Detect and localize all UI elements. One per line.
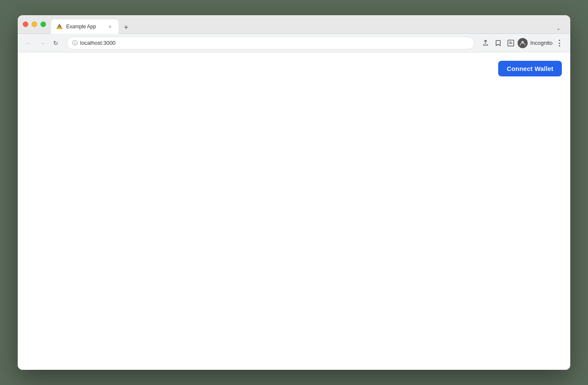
bookmark-button[interactable] xyxy=(492,37,504,49)
svg-rect-5 xyxy=(509,42,512,43)
close-window-button[interactable] xyxy=(23,22,28,27)
maximize-window-button[interactable] xyxy=(40,22,46,27)
nav-bar: ← → ↻ ⓘ localhost:3000 xyxy=(18,34,570,52)
tab-search-button[interactable] xyxy=(505,37,517,49)
back-button[interactable]: ← xyxy=(23,37,35,49)
chevron-down-button[interactable]: ⌄ xyxy=(553,23,564,33)
address-bar[interactable]: ⓘ localhost:3000 xyxy=(67,37,475,49)
incognito-area[interactable]: Incognito xyxy=(518,38,553,48)
bookmark-icon xyxy=(495,40,502,46)
title-bar: Example App × + ⌄ xyxy=(18,15,570,34)
connect-wallet-button[interactable]: Connect Wallet xyxy=(498,61,562,76)
share-button[interactable] xyxy=(480,37,491,49)
tab-close-button[interactable]: × xyxy=(107,23,113,30)
new-tab-button[interactable]: + xyxy=(120,22,132,33)
more-options-button[interactable]: ⋮ xyxy=(553,37,565,49)
address-bar-url: localhost:3000 xyxy=(80,40,469,46)
browser-window: Example App × + ⌄ ← → ↻ ⓘ localhost:3000 xyxy=(18,15,570,370)
incognito-icon xyxy=(518,38,528,48)
traffic-lights xyxy=(23,22,46,27)
info-icon: ⓘ xyxy=(72,39,78,47)
nav-right-actions: Incognito ⋮ xyxy=(480,37,565,49)
tabs-area: Example App × + ⌄ xyxy=(51,15,565,33)
page-content: Connect Wallet xyxy=(18,52,570,370)
tab-favicon-icon xyxy=(56,23,63,30)
forward-button[interactable]: → xyxy=(36,37,48,49)
incognito-label: Incognito xyxy=(530,40,553,46)
svg-rect-6 xyxy=(509,43,512,44)
share-icon xyxy=(482,40,489,46)
active-tab[interactable]: Example App × xyxy=(51,19,119,34)
tab-title: Example App xyxy=(66,24,103,30)
tab-search-icon xyxy=(507,40,514,46)
window-controls-right: ⌄ xyxy=(553,23,565,33)
reload-button[interactable]: ↻ xyxy=(50,37,62,49)
minimize-window-button[interactable] xyxy=(32,22,37,27)
